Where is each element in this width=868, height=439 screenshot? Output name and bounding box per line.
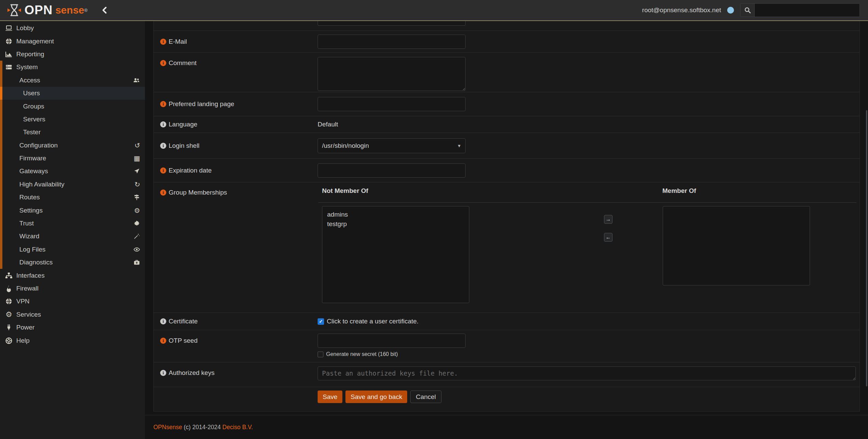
magic-wand-icon — [133, 233, 140, 240]
sidebar-item-label: Access — [19, 77, 40, 84]
move-left-button[interactable]: ← — [604, 233, 612, 242]
sidebar-item-power[interactable]: Power — [0, 321, 145, 334]
search-icon[interactable] — [740, 4, 755, 17]
sidebar-item-high-availability[interactable]: High Availability ↻ — [0, 178, 145, 191]
sidebar-item-log-files[interactable]: Log Files — [0, 243, 145, 256]
move-right-button[interactable]: → — [604, 215, 612, 224]
sidebar-item-lobby[interactable]: Lobby — [0, 22, 145, 35]
field-label: OTP seed — [169, 337, 197, 344]
save-button[interactable]: Save — [318, 391, 342, 403]
otp-seed-field[interactable] — [318, 334, 466, 348]
info-icon[interactable]: i — [160, 338, 166, 344]
certificate-seal-icon — [133, 220, 140, 227]
collapse-sidebar-button[interactable] — [102, 6, 107, 14]
not-member-of-header: Not Member Of — [322, 187, 368, 195]
login-shell-value: /usr/sbin/nologin — [318, 142, 458, 149]
sidebar-item-wizard[interactable]: Wizard — [0, 230, 145, 243]
sidebar-item-trust[interactable]: Trust — [0, 217, 145, 230]
generate-secret-label: Generate new secret (160 bit) — [326, 351, 398, 357]
sidebar-item-label: High Availability — [19, 181, 64, 188]
field-label: Preferred landing page — [169, 100, 234, 108]
header-divider — [318, 202, 856, 203]
sidebar-item-label: Configuration — [19, 142, 58, 149]
system-section: System Access Users Groups Servers Teste… — [0, 61, 145, 269]
form-row-email: i E-Mail — [154, 31, 860, 53]
info-icon[interactable]: i — [160, 39, 166, 45]
group-option[interactable]: admins — [322, 210, 469, 219]
logo-text-sense: sense — [55, 4, 84, 16]
sidebar-item-management[interactable]: Management — [0, 35, 145, 47]
generate-secret-checkbox[interactable] — [318, 352, 323, 357]
cutoff-input[interactable] — [318, 21, 466, 26]
sidebar-item-label: Groups — [23, 103, 44, 110]
status-dot-icon[interactable] — [727, 7, 734, 14]
sidebar-item-firmware[interactable]: Firmware ▦ — [0, 152, 145, 165]
info-icon[interactable]: i — [160, 318, 166, 324]
sidebar-item-diagnostics[interactable]: Diagnostics — [0, 256, 145, 269]
info-icon[interactable]: i — [160, 101, 166, 107]
sidebar-item-services[interactable]: ⚙ Services — [0, 308, 145, 321]
sidebar-item-label: Diagnostics — [19, 259, 53, 266]
info-icon[interactable]: i — [160, 143, 166, 149]
sidebar-item-configuration[interactable]: Configuration ↺ — [0, 139, 145, 152]
sidebar-item-help[interactable]: Help — [0, 334, 145, 347]
sidebar-item-servers[interactable]: Servers — [0, 113, 145, 126]
sidebar-item-label: Reporting — [16, 51, 44, 58]
sidebar-item-tester[interactable]: Tester — [0, 126, 145, 139]
sidebar-item-label: Services — [16, 311, 41, 318]
copyright-text: (c) 2014-2024 — [184, 424, 221, 431]
location-arrow-icon — [133, 168, 140, 175]
sidebar-item-label: Interfaces — [16, 272, 44, 279]
certificate-checkbox[interactable]: ✓ — [318, 318, 324, 325]
sidebar-item-vpn[interactable]: VPN — [0, 295, 145, 308]
comment-field[interactable] — [318, 57, 466, 91]
form-row-landing-page: i Preferred landing page — [154, 92, 860, 116]
sidebar-item-users[interactable]: Users — [0, 87, 145, 100]
sidebar-item-label: Tester — [23, 128, 41, 136]
sidebar-item-label: Gateways — [19, 167, 48, 175]
info-icon[interactable]: i — [160, 370, 166, 376]
field-label: Authorized keys — [169, 369, 214, 377]
not-member-of-listbox[interactable]: admins testgrp — [322, 206, 469, 303]
sidebar-item-interfaces[interactable]: Interfaces — [0, 269, 145, 282]
group-option[interactable]: testgrp — [322, 219, 469, 229]
sidebar-item-routes[interactable]: Routes — [0, 191, 145, 204]
search-input[interactable] — [755, 4, 860, 17]
sidebar-item-groups[interactable]: Groups — [0, 100, 145, 113]
info-icon[interactable]: i — [160, 60, 166, 66]
footer-divider — [145, 415, 868, 415]
hourglass-logo-icon — [7, 3, 22, 18]
server-icon — [4, 63, 13, 71]
sidebar-item-reporting[interactable]: Reporting — [0, 48, 145, 61]
expiration-date-field[interactable] — [318, 163, 466, 178]
sidebar-item-label: Firmware — [19, 155, 46, 162]
email-field[interactable] — [318, 35, 466, 49]
cancel-button[interactable]: Cancel — [410, 391, 441, 403]
deciso-footer-link[interactable]: Deciso B.V. — [222, 424, 253, 431]
sidebar-item-access[interactable]: Access — [0, 74, 145, 87]
landing-page-field[interactable] — [318, 97, 466, 111]
opnsense-logo[interactable]: OPNsense® — [7, 3, 88, 18]
opnsense-footer-link[interactable]: OPNsense — [153, 424, 182, 431]
eye-icon — [133, 246, 140, 253]
info-icon[interactable]: i — [160, 189, 166, 196]
sidebar-item-firewall[interactable]: Firewall — [0, 282, 145, 295]
authorized-keys-field[interactable] — [318, 366, 856, 380]
member-of-listbox[interactable] — [663, 206, 810, 285]
form-row-login-shell: i Login shell /usr/sbin/nologin ▾ — [154, 133, 860, 159]
sidebar-item-settings[interactable]: Settings ⚙ — [0, 204, 145, 217]
top-bar: OPNsense® root@opnsense.softbox.net — [0, 0, 868, 21]
info-icon[interactable]: i — [160, 167, 166, 174]
scrollbar[interactable] — [866, 110, 867, 386]
member-of-header: Member Of — [662, 187, 696, 195]
field-label: Language — [169, 121, 197, 128]
save-and-go-back-button[interactable]: Save and go back — [345, 391, 407, 403]
sidebar-item-system[interactable]: System — [0, 61, 145, 74]
sidebar: Lobby Management Reporting System Access — [0, 21, 145, 439]
sidebar-item-gateways[interactable]: Gateways — [0, 165, 145, 178]
refresh-icon: ↻ — [134, 180, 140, 188]
info-icon[interactable]: i — [160, 121, 166, 127]
main-content: i E-Mail i Comment i Preferred landing p… — [145, 21, 868, 439]
form-row-authorized-keys: i Authorized keys — [154, 362, 860, 387]
login-shell-select[interactable]: /usr/sbin/nologin ▾ — [318, 138, 466, 153]
